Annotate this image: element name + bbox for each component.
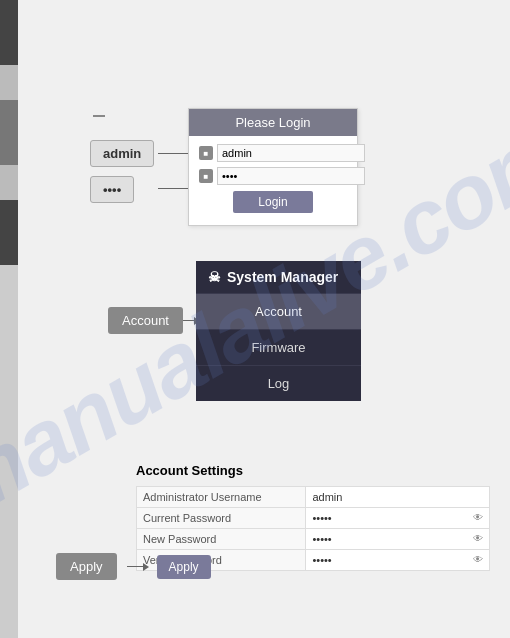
username-field: ■: [199, 144, 347, 162]
field-value-verify-password[interactable]: ••••• 👁: [306, 550, 490, 571]
field-value-current-password[interactable]: ••••• 👁: [306, 508, 490, 529]
login-box: Please Login ■ ■ Login: [188, 108, 358, 226]
main-content: admin •••• Please Login ■ ■ Login ☠ Syst…: [18, 0, 510, 638]
apply-arrow: [127, 566, 147, 567]
eye-icon[interactable]: 👁: [473, 533, 483, 544]
menu-item-firmware[interactable]: Firmware: [196, 329, 361, 365]
field-value-username[interactable]: admin: [306, 487, 490, 508]
table-row: Current Password ••••• 👁: [137, 508, 490, 529]
sidebar: [0, 0, 18, 638]
login-header: Please Login: [189, 109, 357, 136]
table-row: New Password ••••• 👁: [137, 529, 490, 550]
sidebar-block-4: [0, 165, 18, 200]
sidebar-block-3: [0, 100, 18, 165]
lock-icon: ■: [199, 169, 213, 183]
system-manager-title: System Manager: [227, 269, 338, 285]
sidebar-block-2: [0, 65, 18, 100]
password-field: ■: [199, 167, 347, 185]
login-body: ■ ■ Login: [189, 136, 357, 225]
login-button[interactable]: Login: [233, 191, 313, 213]
sidebar-block-1: [0, 0, 18, 65]
field-label-username: Administrator Username: [137, 487, 306, 508]
account-settings-title: Account Settings: [136, 463, 490, 478]
menu-item-account[interactable]: Account: [196, 293, 361, 329]
table-row: Administrator Username admin: [137, 487, 490, 508]
field-value-new-password[interactable]: ••••• 👁: [306, 529, 490, 550]
field-label-current-password: Current Password: [137, 508, 306, 529]
eye-icon[interactable]: 👁: [473, 512, 483, 523]
callout-admin: admin: [90, 140, 154, 167]
eye-icon[interactable]: 👁: [473, 554, 483, 565]
password-input[interactable]: [217, 167, 365, 185]
apply-section: Apply Apply: [56, 553, 211, 580]
h-line: [93, 115, 105, 117]
menu-item-log[interactable]: Log: [196, 365, 361, 401]
username-input[interactable]: [217, 144, 365, 162]
callout-dots: ••••: [90, 176, 134, 203]
sidebar-block-5: [0, 200, 18, 265]
callout-account: Account: [108, 307, 183, 334]
apply-callout: Apply: [56, 553, 117, 580]
person-icon: ☠: [208, 269, 221, 285]
field-label-new-password: New Password: [137, 529, 306, 550]
apply-button[interactable]: Apply: [157, 555, 211, 579]
user-icon: ■: [199, 146, 213, 160]
system-manager-menu: ☠ System Manager Account Firmware Log: [196, 261, 361, 401]
system-manager-header: ☠ System Manager: [196, 261, 361, 293]
